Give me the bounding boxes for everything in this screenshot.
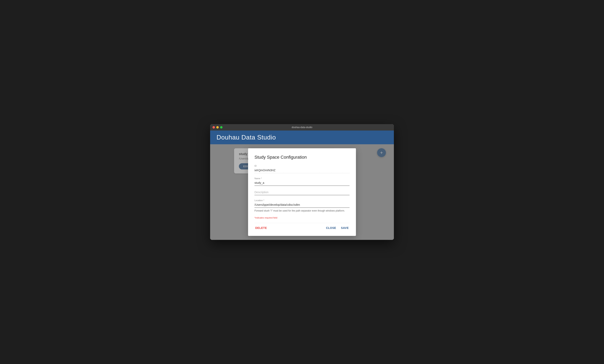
close-button[interactable]: CLOSE (325, 225, 337, 231)
app-title: Douhau Data Studio (216, 134, 388, 141)
app-window: douhau-data-studio Douhau Data Studio st… (210, 124, 394, 240)
name-label: Name * (254, 177, 350, 180)
app-header: Douhau Data Studio (210, 131, 394, 144)
name-input[interactable] (254, 180, 350, 186)
delete-button[interactable]: DELETE (254, 225, 268, 231)
window-title: douhau-data-studio (292, 126, 312, 129)
modal-dialog: Study Space Configuration ID ixKQmOmIN3H… (248, 148, 356, 236)
id-value: ixKQmOmIN3HZ (254, 168, 350, 173)
minimize-traffic-light[interactable] (216, 126, 219, 129)
id-label: ID (254, 165, 350, 167)
description-field (254, 190, 350, 195)
name-field: Name * (254, 177, 350, 186)
app-content: study_a /Users/ippe EDIT GO STUDY + Stud… (210, 144, 394, 240)
save-button[interactable]: SAVE (340, 225, 350, 231)
location-field: Location * Forward slush "/" must be use… (254, 199, 350, 213)
modal-right-actions: CLOSE SAVE (325, 225, 350, 231)
maximize-traffic-light[interactable] (220, 126, 223, 129)
location-helper-text: Forward slush "/" must be used for the p… (254, 209, 350, 213)
close-traffic-light[interactable] (213, 126, 215, 129)
location-label: Location * (254, 199, 350, 202)
modal-overlay: Study Space Configuration ID ixKQmOmIN3H… (210, 144, 394, 240)
id-field: ID ixKQmOmIN3HZ (254, 165, 350, 173)
traffic-lights (213, 126, 223, 129)
description-input[interactable] (254, 190, 350, 195)
location-input[interactable] (254, 202, 350, 208)
modal-actions: DELETE CLOSE SAVE (254, 223, 350, 231)
title-bar: douhau-data-studio (210, 124, 394, 131)
required-note: *indicates required field (254, 217, 350, 219)
modal-title: Study Space Configuration (254, 155, 350, 160)
